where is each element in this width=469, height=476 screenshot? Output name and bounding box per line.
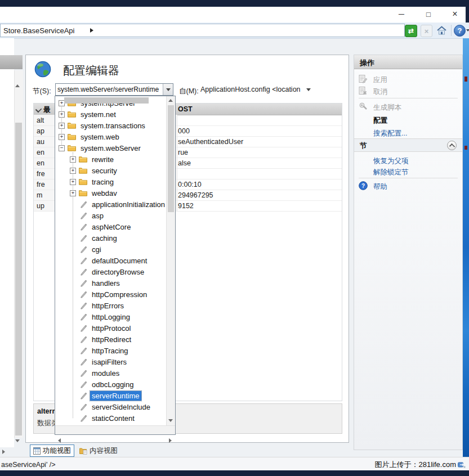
desktop-artifact [464, 77, 467, 82]
scroll-up-icon[interactable] [168, 99, 173, 102]
help-link[interactable]: ? 帮助 [354, 181, 462, 192]
section-pencil-icon [80, 257, 87, 264]
scroll-down-icon[interactable] [168, 419, 173, 422]
tree-toggle-icon[interactable]: − [59, 145, 65, 151]
tree-item-label: applicationInitialization [90, 200, 167, 209]
watermark-icon [458, 461, 466, 469]
tree-item-label: httpCompression [90, 290, 149, 299]
section-pencil-icon [80, 212, 87, 219]
minimize-button[interactable]: ─ [394, 8, 409, 20]
tree-toggle-icon[interactable]: + [59, 111, 65, 118]
scroll-right-icon[interactable] [169, 438, 172, 443]
tree-item-isapiFilters[interactable]: isapiFilters [55, 356, 167, 367]
breadcrumb-arrow-icon[interactable] [90, 28, 93, 33]
section-combobox[interactable]: system.webServer/serverRuntime [55, 83, 173, 96]
toolbar-separator [451, 25, 452, 36]
breadcrumb-text: Store.BaseServiceApi [3, 26, 74, 35]
revert-to-parent-link[interactable]: 恢复为父项 [354, 155, 462, 166]
scrollbar-thumb[interactable] [15, 123, 22, 435]
stop-button[interactable]: × [421, 25, 432, 37]
caret-down-icon[interactable] [306, 88, 311, 91]
tree-item-defaultDocument[interactable]: defaultDocument [55, 255, 167, 266]
tree-item-odbcLogging[interactable]: odbcLogging [55, 379, 167, 390]
help-button[interactable]: ? [454, 25, 466, 37]
tree-item-httpCompression[interactable]: httpCompression [55, 289, 167, 300]
tab-content-view[interactable]: 内容视图 [79, 445, 118, 456]
tree-item-security[interactable]: +security [55, 165, 167, 176]
tree-item-directoryBrowse[interactable]: directoryBrowse [55, 266, 167, 277]
tree-item-webdav[interactable]: +webdav [55, 187, 167, 199]
tree-item-label: staticContent [90, 414, 136, 423]
maximize-button[interactable]: □ [421, 8, 436, 20]
cancel-button[interactable]: 取消 [354, 86, 462, 97]
scroll-left-icon[interactable] [58, 438, 61, 443]
search-config-link[interactable]: 搜索配置... [354, 127, 462, 138]
tree-item-asp[interactable]: asp [55, 210, 167, 221]
collapse-button[interactable] [447, 141, 457, 150]
tree-item-system.net[interactable]: +system.net [55, 109, 167, 120]
tree-toggle-icon[interactable]: + [70, 168, 76, 174]
scroll-down-icon[interactable] [15, 439, 20, 442]
home-button[interactable] [436, 25, 448, 36]
section-combobox-button[interactable] [163, 84, 173, 95]
folder-icon [79, 156, 87, 163]
tree-item-httpTracing[interactable]: httpTracing [55, 345, 167, 356]
breadcrumb[interactable]: Store.BaseServiceApi [0, 24, 405, 37]
dropdown-horizontal-scrollbar[interactable] [55, 425, 175, 434]
tree-item-httpErrors[interactable]: httpErrors [55, 300, 167, 311]
tree-item-system.web[interactable]: +system.web [55, 131, 167, 142]
connections-pane-header [0, 55, 23, 69]
tree-item-aspNetCore[interactable]: aspNetCore [55, 221, 167, 232]
unlock-section-link[interactable]: 解除锁定节 [354, 166, 462, 177]
connections-pane [0, 38, 14, 447]
scrollbar-thumb[interactable] [64, 97, 149, 104]
tree-toggle-icon[interactable]: + [70, 190, 76, 196]
status-bar-text: aseServiceApi' /> [1, 461, 56, 469]
close-button[interactable]: × [448, 8, 462, 20]
tree-toggle-icon[interactable]: + [59, 134, 65, 140]
tree-item-handlers[interactable]: handlers [55, 277, 167, 289]
status-bar: aseServiceApi' /> 图片上传于：281life.com [0, 457, 469, 471]
generate-script-button[interactable]: 生成脚本 [354, 101, 462, 113]
tree-item-label: httpProtocol [90, 324, 132, 333]
tab-features-view[interactable]: 功能视图 [30, 444, 74, 457]
section-pencil-icon [80, 414, 87, 422]
tree-toggle-icon[interactable]: + [59, 123, 65, 129]
close-icon: × [452, 9, 457, 19]
tree-item-modules[interactable]: modules [55, 367, 167, 379]
tree-item-serverSideInclude[interactable]: serverSideInclude [55, 401, 167, 412]
tree-item-system.webServer[interactable]: −system.webServer [55, 142, 167, 154]
help-dropdown-icon[interactable] [466, 29, 469, 32]
tree-item-rewrite[interactable]: +rewrite [55, 154, 167, 165]
tree-item-caching[interactable]: caching [55, 232, 167, 244]
tree-toggle-icon[interactable]: + [70, 156, 76, 163]
property-name: alt [37, 116, 44, 124]
refresh-button[interactable]: ⇄ [405, 25, 417, 37]
tree-item-label: asp [90, 211, 105, 221]
tree-item-serverRuntime[interactable]: serverRuntime [55, 390, 167, 401]
section-pencil-icon [80, 335, 87, 343]
tree-item-label: caching [90, 233, 119, 243]
tree-item-label: serverRuntime [90, 391, 141, 401]
script-icon [359, 102, 368, 111]
section-pencil-icon [80, 268, 87, 276]
window-titlebar [0, 0, 469, 7]
actions-panel-title: 操作 [354, 55, 462, 69]
section-pencil-icon [80, 392, 87, 399]
features-view-icon [33, 447, 41, 455]
tree-toggle-icon[interactable]: + [70, 179, 76, 185]
scroll-right-icon[interactable] [2, 450, 5, 454]
scroll-up-icon[interactable] [15, 84, 20, 87]
tree-item-tracing[interactable]: +tracing [55, 176, 167, 187]
apply-button[interactable]: 应用 [354, 74, 462, 85]
scrollbar-thumb[interactable] [168, 105, 174, 212]
tree-item-staticContent[interactable]: staticContent [55, 412, 167, 424]
tree-item-httpLogging[interactable]: httpLogging [55, 311, 167, 322]
tree-item-httpRedirect[interactable]: httpRedirect [55, 334, 167, 345]
tree-item-httpProtocol[interactable]: httpProtocol [55, 322, 167, 334]
tree-item-applicationInitialization[interactable]: applicationInitialization [55, 199, 167, 210]
tree-item-cgi[interactable]: cgi [55, 244, 167, 255]
tree-item-label: directoryBrowse [90, 267, 146, 277]
from-dropdown[interactable]: ApplicationHost.config <location [200, 84, 341, 95]
tree-item-system.transactions[interactable]: +system.transactions [55, 120, 167, 131]
